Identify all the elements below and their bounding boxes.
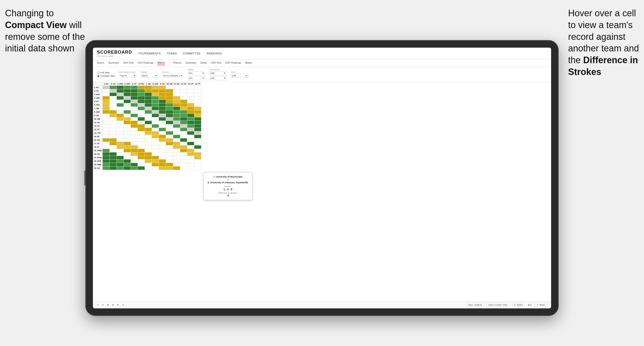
matrix-cell[interactable]: [138, 124, 145, 128]
matrix-cell[interactable]: [138, 103, 145, 107]
matrix-cell[interactable]: [103, 89, 110, 93]
matrix-cell[interactable]: [138, 152, 145, 156]
matrix-cell[interactable]: [131, 159, 138, 163]
matrix-cell[interactable]: [124, 156, 131, 159]
matrix-cell[interactable]: [117, 145, 124, 149]
matrix-cell[interactable]: [194, 93, 201, 96]
matrix-cell[interactable]: [124, 145, 131, 149]
matrix-cell[interactable]: [131, 138, 138, 142]
matrix-cell[interactable]: [159, 128, 166, 131]
matrix-cell[interactable]: [124, 107, 131, 110]
matrix-cell[interactable]: [103, 117, 110, 121]
matrix-cell[interactable]: [194, 110, 201, 114]
matrix-cell[interactable]: [145, 145, 152, 149]
matrix-cell[interactable]: [131, 128, 138, 131]
matrix-cell[interactable]: [166, 117, 173, 121]
matrix-cell[interactable]: [103, 163, 110, 166]
tab-h2h-grid[interactable]: H2H Grid: [123, 61, 134, 65]
matrix-cell[interactable]: [124, 96, 131, 100]
matrix-cell[interactable]: [173, 156, 180, 159]
matrix-cell[interactable]: [187, 138, 194, 142]
matrix-cell[interactable]: [103, 124, 110, 128]
matrix-cell[interactable]: [152, 124, 159, 128]
matrix-cell[interactable]: [173, 107, 180, 110]
matrix-cell[interactable]: [194, 114, 201, 117]
undo-button[interactable]: ↩: [97, 304, 99, 306]
matrix-cell[interactable]: [180, 152, 187, 156]
matrix-cell[interactable]: [117, 89, 124, 93]
tab-players[interactable]: Players: [173, 61, 182, 65]
matrix-cell[interactable]: [152, 89, 159, 93]
matrix-cell[interactable]: [166, 100, 173, 103]
matrix-cell[interactable]: [152, 145, 159, 149]
matrix-cell[interactable]: [194, 159, 201, 163]
matrix-cell[interactable]: [152, 149, 159, 152]
matrix-cell[interactable]: [152, 107, 159, 110]
matrix-cell[interactable]: [110, 163, 117, 166]
matrix-cell[interactable]: [110, 110, 117, 114]
matrix-cell[interactable]: [138, 138, 145, 142]
matrix-cell[interactable]: [173, 142, 180, 145]
matrix-cell[interactable]: [194, 103, 201, 107]
matrix-cell[interactable]: [103, 93, 110, 96]
matrix-cell[interactable]: [145, 110, 152, 114]
matrix-cell[interactable]: [166, 159, 173, 163]
matrix-cell[interactable]: [173, 93, 180, 96]
nav-committee[interactable]: COMMITTEE: [183, 52, 201, 55]
matrix-cell[interactable]: [131, 156, 138, 159]
matrix-cell[interactable]: [124, 103, 131, 107]
matrix-cell[interactable]: [159, 149, 166, 152]
tab-players-summary[interactable]: Summary: [186, 61, 196, 65]
matrix-cell[interactable]: [124, 93, 131, 96]
matrix-cell[interactable]: [103, 149, 110, 152]
matrix-cell[interactable]: [194, 135, 201, 138]
matrix-cell[interactable]: [110, 96, 117, 100]
matrix-cell[interactable]: [138, 86, 145, 89]
matrix-cell[interactable]: [145, 121, 152, 124]
matrix-cell[interactable]: [166, 131, 173, 135]
matrix-cell[interactable]: [166, 89, 173, 93]
matrix-cell[interactable]: [194, 121, 201, 124]
matrix-cell[interactable]: [131, 166, 138, 170]
matrix-cell[interactable]: [117, 86, 124, 89]
matrix-cell[interactable]: [145, 117, 152, 121]
matrix-cell[interactable]: [187, 117, 194, 121]
matrix-cell[interactable]: [124, 149, 131, 152]
matrix-cell[interactable]: [173, 138, 180, 142]
matrix-cell[interactable]: [138, 117, 145, 121]
matrix-cell[interactable]: [152, 131, 159, 135]
matrix-cell[interactable]: [180, 138, 187, 142]
gender-select[interactable]: Men's: [141, 74, 158, 78]
tab-h2h-heatmap[interactable]: H2H Heatmap: [138, 61, 153, 65]
matrix-cell[interactable]: [166, 103, 173, 107]
nav-teams[interactable]: TEAMS: [167, 52, 177, 55]
matrix-cell[interactable]: [131, 124, 138, 128]
matrix-cell[interactable]: [180, 121, 187, 124]
matrix-cell[interactable]: [194, 86, 201, 89]
matrix-cell[interactable]: [117, 163, 124, 166]
matrix-cell[interactable]: [166, 166, 173, 170]
team-select[interactable]: (All): [231, 74, 248, 78]
matrix-cell[interactable]: [180, 100, 187, 103]
division-select[interactable]: NCAA Division I: [162, 74, 184, 78]
matrix-cell[interactable]: [145, 124, 152, 128]
matrix-cell[interactable]: [194, 152, 201, 156]
matrix-cell[interactable]: [187, 103, 194, 107]
matrix-cell[interactable]: [124, 89, 131, 93]
matrix-cell[interactable]: [145, 135, 152, 138]
matrix-cell[interactable]: [145, 138, 152, 142]
matrix-cell[interactable]: [145, 152, 152, 156]
matrix-cell[interactable]: [187, 131, 194, 135]
matrix-cell[interactable]: [110, 142, 117, 145]
matrix-cell[interactable]: [131, 89, 138, 93]
matrix-cell[interactable]: [152, 138, 159, 142]
matrix-cell[interactable]: [194, 163, 201, 166]
matrix-cell[interactable]: [180, 149, 187, 152]
matrix-cell[interactable]: [110, 149, 117, 152]
matrix-cell[interactable]: [110, 89, 117, 93]
matrix-cell[interactable]: [166, 121, 173, 124]
matrix-cell[interactable]: [166, 145, 173, 149]
matrix-cell[interactable]: [145, 149, 152, 152]
matrix-cell[interactable]: [124, 114, 131, 117]
matrix-cell[interactable]: [173, 152, 180, 156]
